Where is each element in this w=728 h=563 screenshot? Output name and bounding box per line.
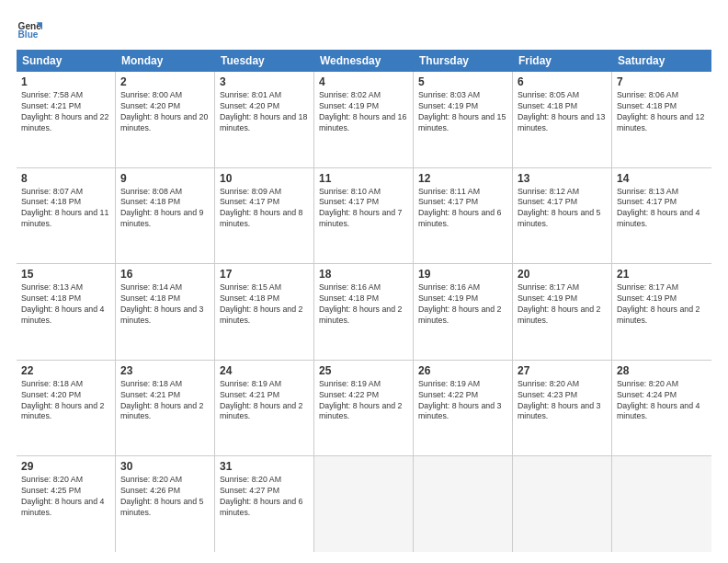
header-day-monday: Monday (116, 50, 215, 72)
day-info: Sunrise: 8:19 AM Sunset: 4:21 PM Dayligh… (220, 379, 309, 423)
day-info: Sunrise: 8:16 AM Sunset: 4:18 PM Dayligh… (319, 282, 408, 327)
day-cell-4: 4Sunrise: 8:02 AM Sunset: 4:19 PM Daylig… (314, 72, 414, 167)
day-number: 9 (120, 172, 210, 185)
day-info: Sunrise: 8:12 AM Sunset: 4:17 PM Dayligh… (518, 187, 607, 231)
day-number: 21 (617, 268, 707, 281)
day-cell-12: 12Sunrise: 8:11 AM Sunset: 4:17 PM Dayli… (414, 168, 513, 264)
day-info: Sunrise: 8:10 AM Sunset: 4:17 PM Dayligh… (319, 187, 408, 231)
header: General Blue (17, 17, 711, 42)
header-day-tuesday: Tuesday (215, 50, 314, 72)
day-info: Sunrise: 8:14 AM Sunset: 4:18 PM Dayligh… (120, 282, 210, 327)
header-day-wednesday: Wednesday (314, 50, 414, 72)
day-number: 31 (220, 460, 309, 473)
logo-icon: General Blue (17, 17, 42, 42)
day-number: 6 (518, 75, 607, 88)
day-number: 4 (319, 75, 408, 88)
day-info: Sunrise: 8:17 AM Sunset: 4:19 PM Dayligh… (617, 282, 707, 327)
day-number: 16 (120, 268, 210, 281)
day-number: 10 (220, 172, 309, 185)
day-cell-10: 10Sunrise: 8:09 AM Sunset: 4:17 PM Dayli… (215, 168, 314, 264)
day-info: Sunrise: 8:20 AM Sunset: 4:25 PM Dayligh… (21, 475, 110, 519)
day-cell-2: 2Sunrise: 8:00 AM Sunset: 4:20 PM Daylig… (116, 72, 215, 167)
day-cell-7: 7Sunrise: 8:06 AM Sunset: 4:18 PM Daylig… (612, 72, 711, 167)
day-cell-27: 27Sunrise: 8:20 AM Sunset: 4:23 PM Dayli… (513, 361, 612, 456)
day-number: 8 (21, 172, 110, 185)
calendar-row-2: 8Sunrise: 8:07 AM Sunset: 4:18 PM Daylig… (17, 168, 711, 265)
calendar-row-1: 1Sunrise: 7:58 AM Sunset: 4:21 PM Daylig… (17, 72, 711, 168)
day-number: 18 (319, 268, 408, 281)
calendar-row-5: 29Sunrise: 8:20 AM Sunset: 4:25 PM Dayli… (17, 456, 711, 552)
empty-cell (612, 456, 711, 552)
calendar-row-4: 22Sunrise: 8:18 AM Sunset: 4:20 PM Dayli… (17, 361, 711, 457)
day-cell-6: 6Sunrise: 8:05 AM Sunset: 4:18 PM Daylig… (513, 72, 612, 167)
day-info: Sunrise: 8:09 AM Sunset: 4:17 PM Dayligh… (220, 187, 309, 231)
day-info: Sunrise: 8:20 AM Sunset: 4:23 PM Dayligh… (518, 379, 607, 423)
day-number: 5 (418, 75, 507, 88)
day-cell-28: 28Sunrise: 8:20 AM Sunset: 4:24 PM Dayli… (612, 361, 711, 456)
day-cell-5: 5Sunrise: 8:03 AM Sunset: 4:19 PM Daylig… (414, 72, 513, 167)
day-cell-18: 18Sunrise: 8:16 AM Sunset: 4:18 PM Dayli… (314, 264, 414, 360)
day-info: Sunrise: 8:16 AM Sunset: 4:19 PM Dayligh… (418, 282, 507, 327)
day-info: Sunrise: 8:06 AM Sunset: 4:18 PM Dayligh… (617, 90, 707, 134)
day-number: 25 (319, 364, 408, 377)
calendar-row-3: 15Sunrise: 8:13 AM Sunset: 4:18 PM Dayli… (17, 264, 711, 361)
header-day-sunday: Sunday (17, 50, 116, 72)
day-cell-17: 17Sunrise: 8:15 AM Sunset: 4:18 PM Dayli… (215, 264, 314, 360)
day-number: 15 (21, 268, 110, 281)
day-info: Sunrise: 7:58 AM Sunset: 4:21 PM Dayligh… (21, 90, 110, 134)
day-info: Sunrise: 8:13 AM Sunset: 4:17 PM Dayligh… (617, 187, 707, 231)
day-info: Sunrise: 8:17 AM Sunset: 4:19 PM Dayligh… (518, 282, 607, 327)
page: General Blue SundayMondayTuesdayWednesda… (0, 0, 728, 563)
day-cell-20: 20Sunrise: 8:17 AM Sunset: 4:19 PM Dayli… (513, 264, 612, 360)
day-info: Sunrise: 8:20 AM Sunset: 4:24 PM Dayligh… (617, 379, 707, 423)
day-info: Sunrise: 8:08 AM Sunset: 4:18 PM Dayligh… (120, 187, 210, 231)
day-number: 3 (220, 75, 309, 88)
day-number: 20 (518, 268, 607, 281)
empty-cell (314, 456, 414, 552)
day-cell-13: 13Sunrise: 8:12 AM Sunset: 4:17 PM Dayli… (513, 168, 612, 264)
day-number: 13 (518, 172, 607, 185)
day-info: Sunrise: 8:11 AM Sunset: 4:17 PM Dayligh… (418, 187, 507, 231)
header-day-friday: Friday (513, 50, 612, 72)
day-info: Sunrise: 8:05 AM Sunset: 4:18 PM Dayligh… (518, 90, 607, 134)
day-number: 17 (220, 268, 309, 281)
day-cell-29: 29Sunrise: 8:20 AM Sunset: 4:25 PM Dayli… (17, 456, 116, 552)
day-info: Sunrise: 8:13 AM Sunset: 4:18 PM Dayligh… (21, 282, 110, 327)
day-number: 12 (418, 172, 507, 185)
day-cell-24: 24Sunrise: 8:19 AM Sunset: 4:21 PM Dayli… (215, 361, 314, 456)
calendar-header: SundayMondayTuesdayWednesdayThursdayFrid… (17, 50, 711, 72)
day-info: Sunrise: 8:20 AM Sunset: 4:27 PM Dayligh… (220, 475, 309, 519)
day-number: 28 (617, 364, 707, 377)
day-cell-15: 15Sunrise: 8:13 AM Sunset: 4:18 PM Dayli… (17, 264, 116, 360)
day-cell-26: 26Sunrise: 8:19 AM Sunset: 4:22 PM Dayli… (414, 361, 513, 456)
day-number: 24 (220, 364, 309, 377)
calendar: SundayMondayTuesdayWednesdayThursdayFrid… (17, 50, 711, 552)
day-number: 23 (120, 364, 210, 377)
day-number: 27 (518, 364, 607, 377)
day-info: Sunrise: 8:02 AM Sunset: 4:19 PM Dayligh… (319, 90, 408, 134)
day-number: 22 (21, 364, 110, 377)
logo: General Blue (17, 17, 46, 42)
day-cell-1: 1Sunrise: 7:58 AM Sunset: 4:21 PM Daylig… (17, 72, 116, 167)
day-info: Sunrise: 8:15 AM Sunset: 4:18 PM Dayligh… (220, 282, 309, 327)
svg-text:Blue: Blue (18, 29, 39, 40)
header-day-saturday: Saturday (612, 50, 711, 72)
day-cell-9: 9Sunrise: 8:08 AM Sunset: 4:18 PM Daylig… (116, 168, 215, 264)
calendar-body: 1Sunrise: 7:58 AM Sunset: 4:21 PM Daylig… (17, 72, 711, 552)
day-info: Sunrise: 8:07 AM Sunset: 4:18 PM Dayligh… (21, 187, 110, 231)
day-cell-3: 3Sunrise: 8:01 AM Sunset: 4:20 PM Daylig… (215, 72, 314, 167)
day-info: Sunrise: 8:19 AM Sunset: 4:22 PM Dayligh… (319, 379, 408, 423)
day-info: Sunrise: 8:19 AM Sunset: 4:22 PM Dayligh… (418, 379, 507, 423)
day-number: 30 (120, 460, 210, 473)
day-info: Sunrise: 8:03 AM Sunset: 4:19 PM Dayligh… (418, 90, 507, 134)
day-number: 29 (21, 460, 110, 473)
day-number: 11 (319, 172, 408, 185)
day-info: Sunrise: 8:18 AM Sunset: 4:21 PM Dayligh… (120, 379, 210, 423)
day-info: Sunrise: 8:18 AM Sunset: 4:20 PM Dayligh… (21, 379, 110, 423)
day-number: 26 (418, 364, 507, 377)
day-cell-22: 22Sunrise: 8:18 AM Sunset: 4:20 PM Dayli… (17, 361, 116, 456)
day-cell-30: 30Sunrise: 8:20 AM Sunset: 4:26 PM Dayli… (116, 456, 215, 552)
day-number: 2 (120, 75, 210, 88)
day-number: 1 (21, 75, 110, 88)
day-number: 19 (418, 268, 507, 281)
